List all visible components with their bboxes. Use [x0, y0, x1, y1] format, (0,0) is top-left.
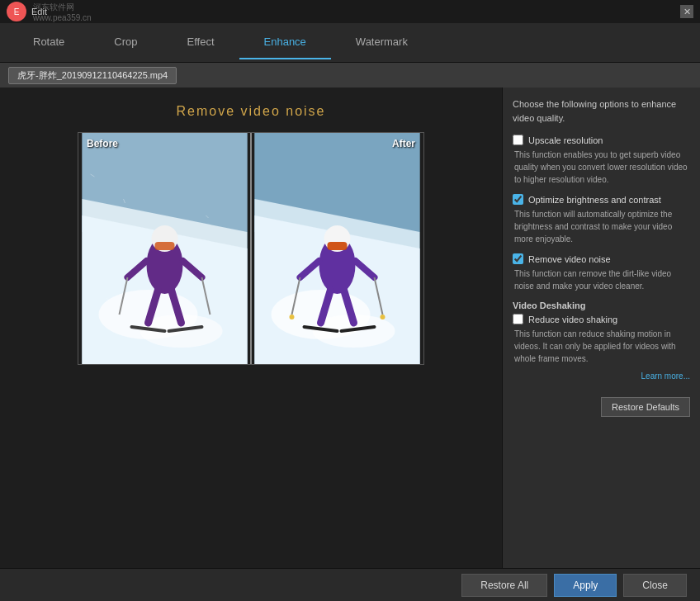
noise-desc: This function can remove the dirt-like v… [513, 267, 690, 292]
upscale-label: Upscale resolution [528, 135, 603, 145]
file-name-tag: 虎牙-胖炸_20190912110464225.mp4 [8, 67, 177, 84]
after-image [251, 133, 423, 364]
svg-rect-17 [83, 133, 248, 364]
before-label: Before [87, 138, 118, 149]
svg-point-39 [290, 315, 295, 319]
svg-point-40 [381, 315, 385, 319]
right-panel: Choose the following options to enhance … [502, 88, 700, 568]
after-label: After [392, 138, 415, 149]
preview-area: Remove video noise Before After [0, 88, 502, 568]
deshaking-section: Video Deshaking Reduce video shaking Thi… [513, 300, 690, 381]
noise-label: Remove video noise [528, 254, 611, 264]
svg-rect-30 [328, 242, 348, 250]
upscale-row: Upscale resolution [513, 135, 690, 145]
deshaking-row: Reduce video shaking [513, 314, 690, 324]
upscale-checkbox[interactable] [513, 135, 523, 145]
restore-all-button[interactable]: Restore All [461, 574, 547, 597]
deshaking-label: Reduce video shaking [528, 315, 617, 324]
before-image [78, 133, 251, 364]
title-bar: E Edit 河东软件网 www.pea359.cn ✕ [0, 0, 700, 23]
bottom-bar: Restore All Apply Close [0, 568, 700, 601]
brightness-checkbox[interactable] [513, 194, 523, 205]
watermark: 河东软件网 www.pea359.cn [33, 2, 92, 22]
preview-title: Remove video noise [177, 104, 326, 119]
main-content: Remove video noise Before After [0, 88, 700, 568]
deshaking-desc: This function can reduce shaking motion … [513, 328, 690, 365]
close-button[interactable]: Close [623, 574, 687, 597]
panel-intro: Choose the following options to enhance … [513, 97, 690, 125]
deshaking-heading: Video Deshaking [513, 300, 690, 310]
upscale-section: Upscale resolution This function enables… [513, 135, 690, 186]
noise-checkbox[interactable] [513, 253, 523, 264]
tab-crop[interactable]: Crop [89, 26, 162, 59]
upscale-desc: This function enables you to get superb … [513, 149, 690, 186]
divider-line [250, 133, 252, 364]
learn-more-link[interactable]: Learn more... [513, 371, 690, 381]
brightness-section: Optimize brightness and contrast This fu… [513, 194, 690, 245]
close-window-button[interactable]: ✕ [680, 5, 693, 18]
tab-watermark[interactable]: Watermark [331, 26, 433, 59]
apply-button[interactable]: Apply [554, 574, 617, 597]
brightness-row: Optimize brightness and contrast [513, 194, 690, 205]
preview-images: Before After [78, 132, 424, 365]
tab-bar: Rotate Crop Effect Enhance Watermark [0, 23, 700, 63]
deshaking-checkbox[interactable] [513, 314, 523, 324]
restore-defaults-button[interactable]: Restore Defaults [601, 397, 690, 417]
tab-enhance[interactable]: Enhance [239, 26, 331, 59]
noise-row: Remove video noise [513, 253, 690, 264]
tab-rotate[interactable]: Rotate [8, 26, 89, 59]
noise-section: Remove video noise This function can rem… [513, 253, 690, 292]
tab-effect[interactable]: Effect [163, 26, 239, 59]
brightness-desc: This function will automatically optimiz… [513, 208, 690, 245]
app-logo: E [7, 2, 26, 21]
file-name-bar: 虎牙-胖炸_20190912110464225.mp4 [0, 63, 700, 88]
brightness-label: Optimize brightness and contrast [528, 195, 661, 205]
